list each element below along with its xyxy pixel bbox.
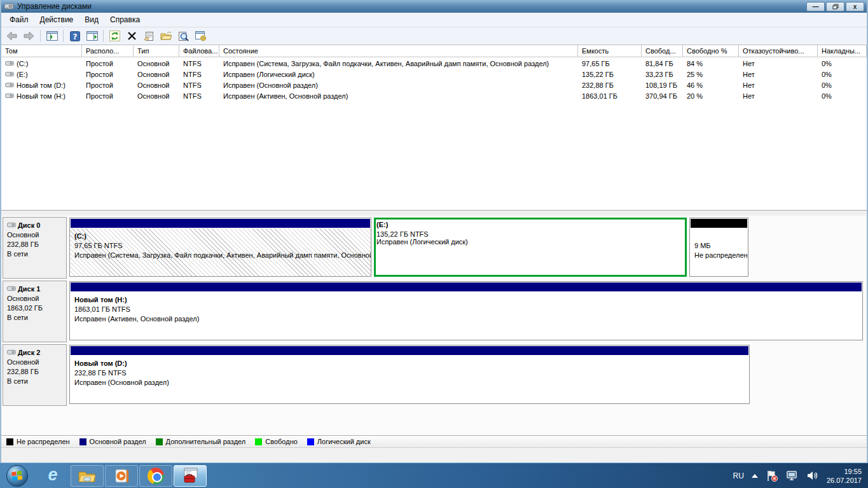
legend-bar: Не распределенОсновной разделДополнитель… [1,435,867,447]
taskbar-app-internet-explorer[interactable]: e [36,465,69,487]
table-row[interactable]: Новый том (D:)ПростойОсновнойNTFSИсправе… [1,79,867,90]
delete-button[interactable] [124,29,140,43]
open-icon [160,31,172,41]
cell-fault-tolerance: Нет [739,68,818,79]
cell-free-pct: 46 % [683,79,739,90]
col-fault-tolerance[interactable]: Отказоустойчиво... [739,45,818,57]
cell-fs: NTFS [179,79,219,90]
partition-Новый том (H:)[interactable]: Новый том (H:)1863,01 ГБ NTFSИсправен (А… [69,281,863,340]
volume-table-header: ТомРасполо...ТипФайлова...СостояниеЕмкос… [1,45,867,57]
restore-button[interactable] [826,2,844,11]
properties-button[interactable] [141,29,157,43]
col-volume[interactable]: Том [1,45,82,57]
partition-status: Исправен (Основной раздел) [74,378,749,387]
menu-action[interactable]: Действие [34,13,79,26]
window-title: Управление дисками [17,2,806,11]
col-overhead[interactable]: Накладны... [818,45,867,57]
clock[interactable]: 19:55 26.07.2017 [827,467,862,485]
legend-item: Логический диск [307,438,371,445]
partition-size: 97,65 ГБ NTFS [74,241,371,251]
disk-size: 232,88 ГБ [7,367,64,377]
disk-label-2[interactable]: Диск 2Основной232,88 ГБВ сети [3,344,67,406]
partition-label: (E:) [376,221,684,230]
cell-status: Исправен (Основной раздел) [219,79,578,90]
cell-layout: Простой [82,90,134,101]
minimize-button[interactable]: — [806,2,825,11]
partition-(E:)[interactable]: (E:)135,22 ГБ NTFSИсправен (Логический д… [374,218,687,277]
taskbar-app-media-player[interactable] [105,465,138,487]
admin-toolbox-icon [181,468,199,484]
cell-overhead: 0% [818,90,867,101]
show-console-tree-button[interactable] [44,29,60,43]
show-hidden-icons-button[interactable] [752,474,758,478]
taskbar-app-windows-explorer[interactable] [71,465,104,487]
cell-type: Основной [134,57,179,68]
network-icon[interactable] [786,470,799,481]
back-icon [6,31,17,41]
partition-unallocated[interactable]: 9 МБНе распределен [689,218,748,277]
partition-size: 232,88 ГБ NTFS [74,368,749,378]
menu-help[interactable]: Справка [104,13,146,26]
legend-color-swatch [255,438,262,445]
legend-label: Не распределен [17,438,70,445]
taskbar-app-disk-management[interactable] [174,465,207,487]
partition-size: 1863,01 ГБ NTFS [74,305,862,314]
col-free[interactable]: Свобод... [642,45,683,57]
volume-name: Новый том (H:) [17,92,65,100]
start-button[interactable] [6,465,28,487]
cell-capacity: 97,65 ГБ [578,57,642,68]
table-row[interactable]: (C:)ПростойОсновнойNTFSИсправен (Система… [1,57,867,68]
drive-icon [7,222,16,228]
menu-file[interactable]: Файл [4,13,34,26]
partition-(C:)[interactable]: (C:)97,65 ГБ NTFSИсправен (Система, Загр… [69,218,371,277]
show-action-pane-button[interactable] [84,29,100,43]
col-type[interactable]: Тип [134,45,179,57]
restore-icon [832,4,839,10]
partition-color-strip [71,282,862,291]
drive-icon [5,82,14,88]
pane-splitter[interactable] [1,210,867,216]
col-layout[interactable]: Располо... [82,45,134,57]
disk-size: 1863,02 ГБ [7,303,64,313]
cell-overhead: 0% [818,57,867,68]
action-pane-icon [86,31,98,41]
col-free-pct[interactable]: Свободно % [683,45,739,57]
menu-view[interactable]: Вид [79,13,104,26]
disk-label-0[interactable]: Диск 0Основной232,88 ГБВ сети [3,217,67,279]
cell-fs: NTFS [179,68,219,79]
disk-label-1[interactable]: Диск 1Основной1863,02 ГБВ сети [3,281,67,342]
partition-Новый том (D:)[interactable]: Новый том (D:)232,88 ГБ NTFSИсправен (Ос… [69,345,750,404]
cell-fault-tolerance: Нет [739,79,818,90]
toolbar-separator [63,30,64,42]
col-capacity[interactable]: Емкость [578,45,642,57]
partition-label: Новый том (H:) [74,295,862,305]
partition-label: (C:) [74,232,371,241]
table-row[interactable]: (E:)ПростойОсновнойNTFSИсправен (Логичес… [1,68,867,79]
taskbar-app-chrome[interactable] [139,465,172,487]
manage-button[interactable] [193,29,209,43]
forward-button[interactable] [21,29,37,43]
cell-status: Исправен (Логический диск) [219,68,578,79]
partition-color-strip [71,219,370,228]
back-button[interactable] [4,29,20,43]
disk-size: 232,88 ГБ [7,240,64,249]
open-button[interactable] [158,29,174,43]
disk-type: Основной [7,230,64,240]
partition-color-strip [691,219,747,228]
volume-icon[interactable] [806,470,819,481]
table-row[interactable]: Новый том (H:)ПростойОсновнойNTFSИсправе… [1,90,867,101]
legend-item: Свободно [255,438,298,445]
toolbar-separator [103,30,104,42]
language-indicator[interactable]: RU [733,471,744,480]
drive-icon [5,71,14,77]
internet-explorer-icon: e [48,466,57,484]
refresh-button[interactable] [107,29,123,43]
close-button[interactable]: x [846,2,864,11]
col-fs[interactable]: Файлова... [179,45,219,57]
find-button[interactable] [176,29,191,43]
help-button[interactable]: ? [67,29,83,43]
action-center-icon[interactable] [766,470,778,482]
col-status[interactable]: Состояние [219,45,578,57]
titlebar: Управление дисками — x [1,0,867,13]
disk-type: Основной [7,358,64,367]
